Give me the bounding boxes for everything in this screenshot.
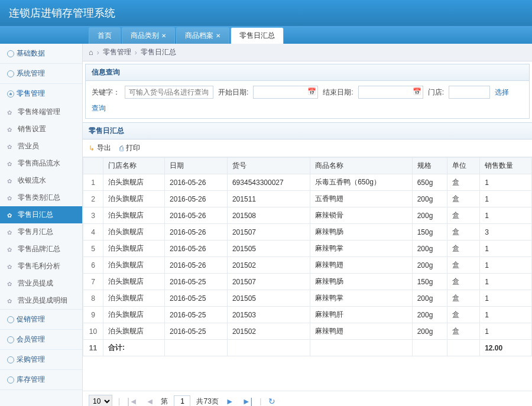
table-row[interactable]: 7泊头旗舰店2016-05-25201507麻辣鸭肠150g盒1 xyxy=(83,274,532,290)
cell: 1 xyxy=(480,174,532,191)
cell: 盒 xyxy=(447,241,479,257)
cell: 五香鸭翅 xyxy=(310,191,413,207)
tab-1[interactable]: 商品类别✕ xyxy=(122,27,175,44)
column-header[interactable]: 单位 xyxy=(447,158,479,174)
table-row[interactable]: 4泊头旗舰店2016-05-26201507麻辣鸭肠150g盒3 xyxy=(83,224,532,241)
side-group-header[interactable]: 基础数据 xyxy=(0,44,82,63)
next-page-button[interactable]: ► xyxy=(225,397,235,406)
page-size-select[interactable]: 10 xyxy=(89,395,112,406)
calendar-icon[interactable]: 📅 xyxy=(307,87,316,96)
cell: 麻辣鸭翅 xyxy=(310,257,413,274)
tab-2[interactable]: 商品档案✕ xyxy=(176,27,229,44)
cell: 2016-05-25 xyxy=(165,323,228,340)
cell: 201508 xyxy=(227,207,310,224)
side-group-header[interactable]: 采购管理 xyxy=(0,350,82,369)
cell: 2016-05-26 xyxy=(165,257,228,274)
tab-3[interactable]: 零售日汇总 xyxy=(231,27,284,44)
calendar-icon[interactable]: 📅 xyxy=(413,87,421,96)
side-group-header[interactable]: 零售管理 xyxy=(0,84,82,103)
close-icon[interactable]: ✕ xyxy=(216,33,220,39)
last-page-button[interactable]: ►| xyxy=(241,397,254,406)
sidebar-item[interactable]: 零售类别汇总 xyxy=(0,189,82,206)
side-group-header[interactable]: 系统管理 xyxy=(0,64,82,83)
side-group-header[interactable]: 会员管理 xyxy=(0,330,82,349)
breadcrumb-item[interactable]: 零售管理 xyxy=(103,47,131,57)
table-row[interactable]: 8泊头旗舰店2016-05-25201505麻辣鸭掌200g盒1 xyxy=(83,290,532,307)
close-icon[interactable]: ✕ xyxy=(161,33,166,39)
breadcrumb-sep: › xyxy=(135,48,137,57)
column-header[interactable]: 门店名称 xyxy=(103,158,165,174)
cell: 200g xyxy=(412,323,447,340)
export-button[interactable]: ↳ 导出 xyxy=(89,143,111,153)
breadcrumb-sep: › xyxy=(97,48,99,57)
table-row[interactable]: 5泊头旗舰店2016-05-26201505麻辣鸭掌200g盒1 xyxy=(83,241,532,257)
side-group-header[interactable]: 促销管理 xyxy=(0,310,82,329)
search-panel-title: 信息查询 xyxy=(86,64,529,81)
sidebar-item[interactable]: 零售终端管理 xyxy=(0,103,82,121)
start-date-label: 开始日期: xyxy=(218,87,248,98)
table-row[interactable]: 1泊头旗舰店2016-05-266934543300027乐毒五香鸭（650g）… xyxy=(83,174,532,191)
sidebar-item[interactable]: 营业员提成 xyxy=(0,275,82,292)
cell: 泊头旗舰店 xyxy=(103,174,165,191)
cell: 泊头旗舰店 xyxy=(103,224,165,241)
home-icon[interactable]: ⌂ xyxy=(89,48,93,57)
cell: 150g xyxy=(412,274,447,290)
search-panel: 信息查询 关键字： 开始日期: 📅 结束日期: 📅 门店: 选择 查询 xyxy=(85,64,530,119)
column-header[interactable]: 货号 xyxy=(227,158,310,174)
tabs-bar: 首页商品类别✕商品档案✕零售日汇总 xyxy=(0,26,532,44)
cell: 1 xyxy=(480,207,532,224)
sidebar-item[interactable]: 零售毛利分析 xyxy=(0,258,82,275)
cell: 150g xyxy=(412,224,447,241)
column-header[interactable]: 商品名称 xyxy=(310,158,413,174)
select-link[interactable]: 选择 xyxy=(495,87,509,98)
column-header[interactable]: 规格 xyxy=(412,158,447,174)
row-number: 3 xyxy=(83,207,103,224)
side-group: 零售管理零售终端管理销售设置营业员零售商品流水收银流水零售类别汇总零售日汇总零售… xyxy=(0,84,82,310)
print-button[interactable]: ⎙ 打印 xyxy=(119,143,140,153)
cell: 泊头旗舰店 xyxy=(103,257,165,274)
tab-0[interactable]: 首页 xyxy=(89,27,121,44)
cell: 650g xyxy=(412,174,447,191)
column-header[interactable]: 日期 xyxy=(165,158,228,174)
tab-label: 首页 xyxy=(98,31,112,41)
sidebar-item[interactable]: 零售商品流水 xyxy=(0,155,82,172)
cell: 201505 xyxy=(227,241,310,257)
first-page-button[interactable]: |◄ xyxy=(126,397,139,406)
section-title: 零售日汇总 xyxy=(83,122,532,139)
table-row[interactable]: 3泊头旗舰店2016-05-26201508麻辣锁骨200g盒1 xyxy=(83,207,532,224)
cell: 泊头旗舰店 xyxy=(103,307,165,323)
sidebar-item[interactable]: 营业员提成明细 xyxy=(0,292,82,309)
tab-label: 零售日汇总 xyxy=(239,31,275,41)
row-number: 1 xyxy=(83,174,103,191)
table-row[interactable]: 10泊头旗舰店2016-05-25201502麻辣鸭翅200g盒1 xyxy=(83,323,532,340)
sidebar-item[interactable]: 营业员 xyxy=(0,138,82,155)
table-row[interactable]: 6泊头旗舰店2016-05-26201502麻辣鸭翅200g盒1 xyxy=(83,257,532,274)
row-number: 10 xyxy=(83,323,103,340)
query-link[interactable]: 查询 xyxy=(92,103,106,113)
page-input[interactable] xyxy=(174,395,190,406)
cell: 2016-05-26 xyxy=(165,191,228,207)
refresh-button[interactable]: ↻ xyxy=(267,397,277,406)
column-header[interactable]: 销售数量 xyxy=(480,158,532,174)
breadcrumb-item: 零售日汇总 xyxy=(141,47,176,57)
main-area: ⌂ › 零售管理 › 零售日汇总 信息查询 关键字： 开始日期: 📅 结束日期:… xyxy=(83,44,532,406)
table-row[interactable]: 2泊头旗舰店2016-05-26201511五香鸭翅200g盒1 xyxy=(83,191,532,207)
end-date-wrap: 📅 xyxy=(358,86,423,99)
side-group: 会员管理 xyxy=(0,330,82,350)
table-row[interactable]: 9泊头旗舰店2016-05-25201503麻辣鸭肝200g盒1 xyxy=(83,307,532,323)
cell: 2016-05-26 xyxy=(165,241,228,257)
side-group-header[interactable]: 库存管理 xyxy=(0,370,82,389)
cell: 泊头旗舰店 xyxy=(103,290,165,307)
cell: 盒 xyxy=(447,207,479,224)
cell: 201502 xyxy=(227,323,310,340)
print-label: 打印 xyxy=(126,143,140,153)
sidebar-item[interactable]: 零售日汇总 xyxy=(0,206,82,223)
sidebar-item[interactable]: 零售月汇总 xyxy=(0,223,82,241)
store-input[interactable] xyxy=(449,86,490,99)
keyword-input[interactable] xyxy=(125,86,213,99)
prev-page-button[interactable]: ◄ xyxy=(145,397,155,406)
sidebar-item[interactable]: 零售品牌汇总 xyxy=(0,241,82,258)
sidebar-item[interactable]: 收银流水 xyxy=(0,172,82,189)
sidebar-item[interactable]: 销售设置 xyxy=(0,121,82,138)
cell: 2016-05-25 xyxy=(165,290,228,307)
